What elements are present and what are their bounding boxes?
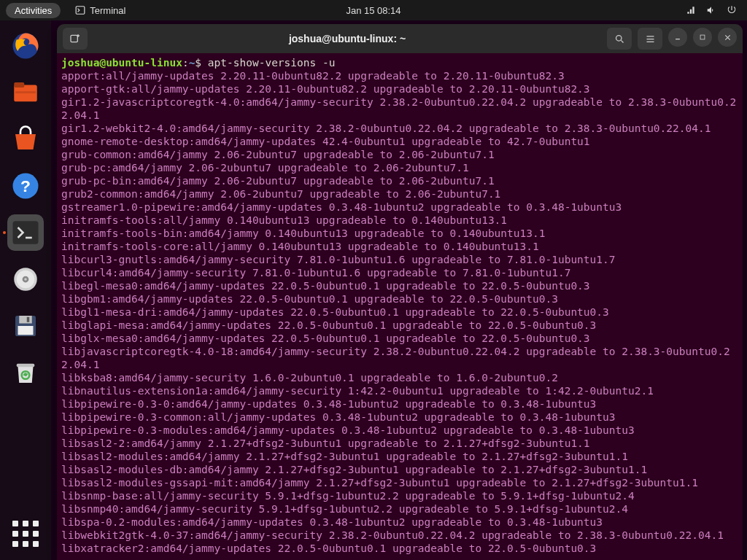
- maximize-icon: [699, 34, 706, 41]
- hamburger-icon: [645, 34, 656, 44]
- search-icon: [614, 34, 625, 44]
- new-tab-button[interactable]: [63, 28, 88, 50]
- svg-rect-14: [19, 316, 32, 324]
- svg-line-21: [621, 40, 623, 42]
- svg-rect-16: [18, 326, 34, 335]
- show-applications[interactable]: [12, 521, 39, 547]
- terminal-content[interactable]: joshua@ubuntu-linux:~$ apt-show-versions…: [57, 53, 743, 560]
- volume-icon[interactable]: [706, 5, 716, 15]
- close-icon: [724, 34, 732, 42]
- terminal-app-icon: [10, 217, 41, 248]
- dock-firefox[interactable]: [7, 28, 44, 64]
- minimize-button[interactable]: [668, 28, 687, 47]
- dock-files[interactable]: [7, 74, 44, 111]
- dock: ?: [0, 20, 51, 560]
- power-icon[interactable]: [727, 5, 737, 15]
- terminal-icon: [75, 5, 85, 15]
- files-icon: [10, 77, 41, 108]
- topbar-app-menu[interactable]: Terminal: [75, 5, 125, 16]
- hamburger-menu[interactable]: [638, 28, 662, 50]
- svg-rect-7: [13, 221, 39, 244]
- window-titlebar[interactable]: joshua@ubuntu-linux: ~: [57, 24, 743, 53]
- svg-text:?: ?: [20, 176, 31, 195]
- svg-point-12: [24, 278, 27, 281]
- firefox-icon: [10, 31, 41, 61]
- window-title: joshua@ubuntu-linux: ~: [93, 33, 601, 44]
- svg-rect-19: [71, 35, 77, 42]
- svg-rect-15: [27, 317, 30, 322]
- dock-save[interactable]: [7, 308, 44, 344]
- help-icon: ?: [10, 171, 41, 201]
- maximize-button[interactable]: [693, 28, 712, 47]
- topbar-app-label: Terminal: [90, 5, 125, 16]
- dock-software[interactable]: [7, 121, 44, 158]
- close-button[interactable]: [718, 28, 737, 47]
- disk-icon: [10, 264, 41, 295]
- floppy-icon: [10, 311, 41, 341]
- svg-rect-23: [700, 35, 705, 39]
- clock[interactable]: Jan 15 08:14: [346, 5, 400, 16]
- svg-rect-17: [17, 364, 35, 367]
- minimize-icon: [674, 34, 681, 41]
- svg-point-20: [616, 35, 622, 41]
- dock-terminal[interactable]: [7, 214, 44, 251]
- new-tab-icon: [69, 33, 81, 44]
- search-button[interactable]: [607, 28, 632, 50]
- terminal-window: joshua@ubuntu-linux: ~ joshua@ubuntu-lin…: [57, 24, 743, 560]
- activities-button[interactable]: Activities: [6, 3, 61, 18]
- dock-trash[interactable]: [7, 354, 44, 391]
- network-icon[interactable]: [686, 5, 696, 15]
- svg-rect-0: [76, 7, 85, 15]
- gnome-topbar: Activities Terminal Jan 15 08:14: [0, 0, 747, 20]
- trash-icon: [10, 357, 41, 388]
- dock-help[interactable]: ?: [7, 168, 44, 204]
- dock-disk[interactable]: [7, 261, 44, 298]
- svg-rect-3: [14, 82, 24, 88]
- software-icon: [10, 124, 41, 155]
- svg-rect-4: [15, 91, 36, 93]
